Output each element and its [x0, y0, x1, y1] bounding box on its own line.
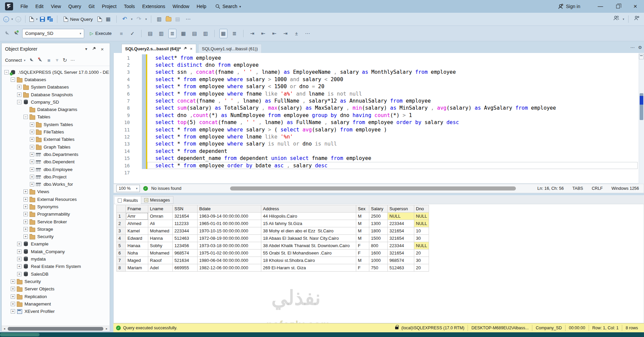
minimize-button[interactable]: — — [592, 0, 609, 13]
grid-cell[interactable]: 123456 — [173, 242, 198, 249]
tree-item[interactable]: +Real Estate Firm System — [2, 263, 109, 270]
grid-cell[interactable]: Mohamed — [148, 227, 173, 235]
cancel-query-button[interactable]: ■ — [117, 29, 125, 38]
grid-cell[interactable]: 1982-12-06 00:00:00.000 — [198, 264, 261, 272]
grid-cell[interactable]: 1000 — [369, 257, 388, 264]
expand-icon[interactable]: + — [30, 175, 34, 179]
activity-monitor-icon[interactable] — [166, 17, 171, 21]
grid-cell[interactable]: M — [356, 213, 369, 220]
toolbar2-overflow-button[interactable]: ⋯ — [304, 29, 312, 38]
tree-item[interactable]: Database Diagrams — [2, 106, 109, 113]
grid-cell[interactable]: 1300 — [369, 220, 388, 227]
query-options-icon[interactable]: ▥ — [157, 29, 165, 38]
save-icon[interactable] — [40, 17, 45, 22]
grid-cell[interactable]: Amr — [126, 213, 148, 220]
row-header[interactable]: 6 — [117, 249, 126, 257]
tree-item[interactable]: +dbo.Employee — [2, 166, 109, 173]
editor-splitter-handle[interactable] — [639, 54, 644, 59]
accounts-button[interactable] — [612, 15, 620, 23]
save-all-icon[interactable] — [47, 16, 53, 22]
open-query-icon[interactable] — [98, 16, 102, 22]
expand-icon[interactable]: + — [23, 234, 28, 239]
undo-chevron-icon[interactable]: ▾ — [131, 17, 133, 21]
tree-item[interactable]: +Management — [2, 300, 109, 307]
accounts-chevron-icon[interactable]: ▾ — [623, 17, 624, 21]
grid-cell[interactable]: 321654 — [388, 235, 414, 242]
grid-cell[interactable]: 38 Abdel Khalik Tharwat St. Downtown.Cai… — [261, 242, 356, 249]
undo-button[interactable]: ↶ — [121, 15, 129, 23]
grid-cell[interactable]: 18 Kholosi st.Shobra.Cairo — [261, 257, 356, 264]
grid-cell[interactable]: NULL — [414, 213, 429, 220]
disabled-doc-icon[interactable]: ▤ — [174, 15, 182, 23]
oe-horizontal-scrollbar[interactable]: ◂ ▸ — [2, 326, 109, 331]
grid-corner[interactable] — [117, 205, 126, 213]
row-header[interactable]: 3 — [117, 227, 126, 235]
tree-item[interactable]: +Server Objects — [2, 285, 109, 293]
menu-window[interactable]: Window — [169, 0, 193, 13]
grid-cell[interactable]: Kamel — [126, 227, 148, 235]
oe-overflow-icon[interactable]: ⋯ — [70, 58, 75, 63]
tree-item[interactable]: +Malak_Company — [2, 248, 109, 255]
eol-indicator[interactable]: CRLF — [592, 186, 603, 191]
panel-close-icon[interactable]: × — [98, 46, 106, 52]
column-header-superssn[interactable]: Superssn — [388, 205, 414, 213]
column-header-sex[interactable]: Sex — [356, 205, 369, 213]
tab-messages[interactable]: Messages — [141, 196, 173, 204]
grid-cell[interactable]: M — [356, 220, 369, 227]
expand-icon[interactable]: + — [17, 93, 21, 97]
tree-item[interactable]: +FileTables — [2, 128, 109, 135]
connect-db-icon[interactable] — [4, 30, 10, 37]
chevron-down-icon[interactable]: ▾ — [239, 5, 241, 8]
code-line[interactable]: 13select * from employee where salary is… — [114, 141, 638, 148]
expand-icon[interactable]: + — [23, 227, 28, 231]
tree-item[interactable]: +Security — [2, 278, 109, 285]
expand-icon[interactable]: + — [11, 309, 15, 314]
grid-cell[interactable]: Ahmed — [126, 220, 148, 227]
menu-query[interactable]: Query — [65, 0, 85, 13]
grid-cell[interactable]: 1975-01-02 00:00:00.000 — [198, 249, 261, 257]
hscroll-thumb[interactable] — [230, 186, 516, 190]
tree-item[interactable]: +Synonyms — [2, 203, 109, 210]
results-to-file-icon[interactable]: ≣ — [230, 29, 238, 38]
editor-vertical-scrollbar[interactable] — [639, 53, 644, 184]
dax-query-icon[interactable]: ▦ — [104, 15, 112, 23]
grid-cell[interactable]: 321654 — [173, 213, 198, 220]
grid-cell[interactable]: 800 — [369, 242, 388, 249]
tree-item[interactable]: +Database Snapshots — [2, 91, 109, 98]
tree-item[interactable]: +Graph Tables — [2, 143, 109, 151]
expand-icon[interactable]: + — [17, 264, 21, 269]
column-header-fname[interactable]: Fname — [126, 205, 148, 213]
grid-cell[interactable]: Hanaa — [126, 242, 148, 249]
tab-sqlquery2[interactable]: SQLQuery2.s...bassil (64))* × — [121, 44, 196, 53]
grid-cell[interactable]: 55 Orabi St. El Mohandiseen .Cairo — [261, 249, 356, 257]
grid-cell[interactable]: 321654 — [388, 249, 414, 257]
table-designer-icon[interactable]: ▥ — [155, 15, 163, 23]
row-header[interactable]: 7 — [117, 257, 126, 264]
tabstrip-settings-icon[interactable]: ⚙ — [638, 45, 642, 50]
code-line[interactable]: 16select * from employee order by bdate … — [114, 162, 638, 169]
new-file-chevron-icon[interactable]: ▾ — [36, 17, 38, 21]
row-header[interactable]: 8 — [117, 264, 126, 272]
specify-values-icon[interactable]: ± — [292, 29, 301, 38]
results-grid[interactable]: FnameLnameSSNBdateAddressSexSalarySupers… — [116, 205, 429, 272]
tab-close-icon[interactable]: × — [190, 46, 193, 51]
grid-cell[interactable]: 1980-06-04 00:00:00.000 — [198, 257, 261, 264]
grid-cell[interactable]: Raoof — [148, 257, 173, 264]
grid-cell[interactable]: 1970-10-15 00:00:00.000 — [198, 227, 261, 235]
results-pane-toggle[interactable]: ≣ — [168, 29, 176, 38]
code-line[interactable]: 8select sum(salary) as TotalSalary , max… — [114, 105, 638, 112]
expand-icon[interactable]: + — [17, 272, 21, 276]
grid-cell[interactable]: 44 Hilopolis.Cairo — [261, 213, 356, 220]
expand-icon[interactable]: + — [30, 152, 34, 157]
grid-cell[interactable]: 30 — [414, 257, 429, 264]
scroll-left-icon[interactable]: ◂ — [2, 327, 7, 330]
menu-edit[interactable]: Edit — [32, 0, 47, 13]
grid-cell[interactable]: 1800 — [369, 227, 388, 235]
expand-icon[interactable]: + — [17, 249, 21, 254]
grid-cell[interactable]: 223344 — [388, 242, 414, 249]
code-line[interactable]: 3select ssn , concat(fname , ' ' , lname… — [114, 69, 638, 76]
tree-item[interactable]: +Storage — [2, 225, 109, 233]
grid-cell[interactable]: 1963-09-14 00:00:00.000 — [198, 213, 261, 220]
grid-cell[interactable]: 512463 — [173, 235, 198, 242]
collapse-icon[interactable]: − — [17, 100, 21, 104]
